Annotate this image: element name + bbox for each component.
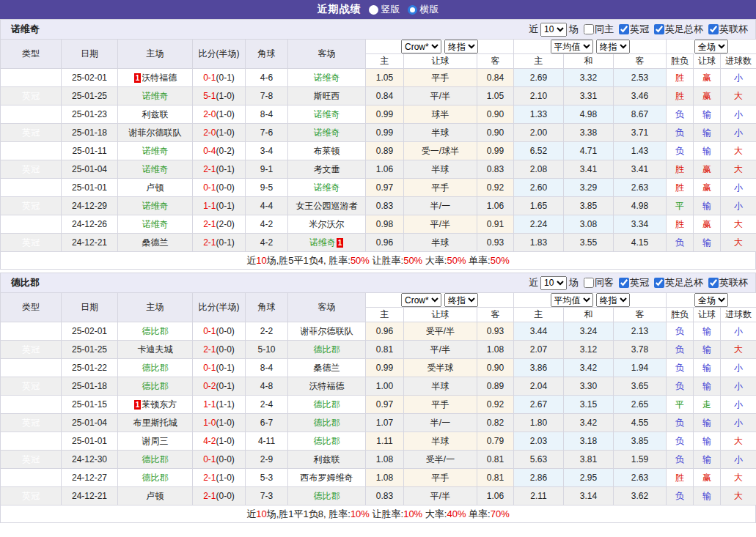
facup-checkbox[interactable] — [654, 278, 664, 288]
corner-cell: 5-10 — [246, 341, 288, 359]
league-filter-eflcup[interactable]: 英联杯 — [703, 23, 748, 36]
championship-label: 英冠 — [630, 276, 649, 289]
eflcup-label: 英联杯 — [719, 276, 748, 289]
match-row: 英冠24-12-30德比郡0-1(0-0)2-9利兹联1.08受半/一0.815… — [1, 451, 756, 469]
league-filter-facup[interactable]: 英足总杯 — [649, 276, 703, 289]
home-team-cell: 德比郡 — [118, 469, 193, 487]
date-cell: 25-01-01 — [62, 179, 118, 197]
goals-result-cell: 大 — [721, 160, 756, 179]
fulltime-score: 4-2 — [203, 436, 216, 446]
fulltime-score: 0-1 — [203, 182, 216, 193]
avg-draw-cell: 3.55 — [564, 234, 614, 252]
layout-option-horizontal[interactable]: 横版 — [408, 3, 439, 16]
eflcup-checkbox[interactable] — [708, 24, 719, 34]
same-venue-filter[interactable]: 同客 — [579, 276, 614, 289]
handicap-result-cell: 输 — [694, 432, 721, 451]
team-name: 德比郡 — [314, 491, 340, 501]
corner-cell: 2-2 — [246, 322, 288, 341]
team-name: 诺维奇 — [314, 109, 340, 119]
facup-checkbox[interactable] — [654, 24, 664, 34]
halftime-score: (1-0) — [216, 91, 235, 101]
eflcup-checkbox[interactable] — [708, 278, 719, 288]
avg-home-cell: 3.86 — [514, 359, 564, 377]
goals-result-cell: 大 — [721, 234, 756, 252]
team-name: 卡迪夫城 — [138, 344, 173, 355]
home-team-cell: 诺维奇 — [118, 215, 193, 234]
summary-segment: 10 — [256, 255, 266, 266]
away-team-cell: 诺维奇 — [288, 105, 366, 124]
sub-header-handicap-away: 客 — [477, 54, 514, 69]
handicap-home-odds-cell: 0.83 — [366, 487, 404, 505]
sub-header-handicap-home: 主 — [366, 308, 404, 322]
fulltime-select[interactable]: 全场 — [694, 40, 728, 53]
fulltime-score: 2-1 — [203, 237, 216, 248]
goals-result-cell: 大 — [721, 87, 756, 105]
championship-checkbox[interactable] — [619, 24, 629, 34]
score-cell: 0-1(0-1) — [193, 359, 246, 377]
match-row: 英冠24-12-21桑德兰2-1(0-1)4-2诺维奇10.96半球0.931.… — [1, 234, 756, 252]
col-header-home: 主场 — [118, 293, 193, 322]
sub-header-goals: 进球数 — [721, 308, 756, 322]
average-select[interactable]: 平均值 — [551, 40, 593, 53]
league-cell: 英冠 — [1, 69, 62, 87]
layout-option-vertical[interactable]: 竖版 — [369, 3, 400, 16]
fulltime-select[interactable]: 全场 — [694, 293, 728, 307]
layout-option-horizontal-label: 横版 — [420, 3, 439, 16]
col-header-date: 日期 — [62, 40, 118, 69]
odds-stage-select[interactable]: 终指 — [444, 40, 478, 53]
same-venue-checkbox[interactable] — [584, 278, 594, 288]
results-table-derby: 类型 日期 主场 比分(半场) 角球 客场 Crow*终指 平均值终指 全场 主… — [0, 292, 756, 505]
avg-away-cell: 1.94 — [614, 359, 667, 377]
league-filter-championship[interactable]: 英冠 — [614, 276, 649, 289]
odds-stage-select[interactable]: 终指 — [444, 293, 478, 307]
date-cell: 25-01-25 — [62, 341, 118, 359]
fulltime-score: 1-1 — [203, 399, 216, 410]
fulltime-score: 1-0 — [203, 418, 216, 428]
handicap-home-odds-cell: 1.08 — [366, 469, 404, 487]
team-name: 诺维奇 — [142, 164, 169, 174]
team-name: 诺维奇 — [142, 146, 169, 156]
same-venue-checkbox[interactable] — [584, 24, 594, 34]
result-cell: 负 — [667, 234, 694, 252]
date-cell: 24-12-21 — [62, 234, 118, 252]
radio-selected-icon[interactable] — [408, 5, 417, 15]
fulltime-score: 0-1 — [203, 73, 216, 83]
match-row: 英冠25-01-04诺维奇2-1(0-1)9-1考文垂1.06半球0.832.0… — [1, 160, 756, 179]
away-team-cell: 布莱顿 — [288, 142, 366, 160]
same-venue-label: 同主 — [595, 23, 614, 36]
average-stage-select[interactable]: 终指 — [596, 293, 630, 307]
average-stage-select[interactable]: 终指 — [596, 40, 630, 53]
team-name: 德比郡 — [142, 363, 169, 373]
away-team-cell: 诺维奇 — [288, 124, 366, 142]
date-cell: 25-01-01 — [62, 432, 118, 451]
result-cell: 平 — [667, 197, 694, 215]
same-venue-filter[interactable]: 同主 — [579, 23, 614, 36]
away-team-cell: 德比郡 — [288, 341, 366, 359]
away-team-cell: 诺维奇 — [288, 69, 366, 87]
team-name: 布莱顿 — [314, 146, 340, 156]
team-name: 桑德兰 — [142, 237, 169, 248]
team-name: 诺维奇 — [314, 182, 340, 193]
halftime-score: (0-0) — [216, 344, 235, 355]
match-row: 英足总杯25-01-151莱顿东方1-1(1-1)2-4德比郡0.97平手0.9… — [1, 396, 756, 414]
bookmaker-select[interactable]: Crow* — [401, 293, 441, 307]
match-count-select[interactable]: 10 — [540, 23, 567, 37]
league-filter-facup[interactable]: 英足总杯 — [649, 23, 703, 36]
league-filter-eflcup[interactable]: 英联杯 — [703, 276, 748, 289]
bookmaker-select[interactable]: Crow* — [401, 40, 441, 53]
home-team-cell: 德比郡 — [118, 451, 193, 469]
sub-header-avg-home: 主 — [514, 308, 564, 322]
team-name: 布里斯托城 — [133, 418, 177, 428]
radio-unselected-icon[interactable] — [369, 5, 378, 15]
filter-controls: 近 10 场 同客 英冠 英足总杯 英联杯 — [529, 276, 748, 290]
avg-away-cell: 3.78 — [614, 341, 667, 359]
halftime-score: (1-0) — [216, 473, 235, 483]
result-cell: 胜 — [667, 469, 694, 487]
championship-checkbox[interactable] — [619, 278, 629, 288]
team-name: 德比郡 — [142, 454, 169, 464]
handicap-home-odds-cell: 0.97 — [366, 179, 404, 197]
team-name: 桑德兰 — [314, 363, 340, 373]
average-select[interactable]: 平均值 — [551, 293, 593, 307]
match-count-select[interactable]: 10 — [540, 276, 567, 290]
league-filter-championship[interactable]: 英冠 — [614, 23, 649, 36]
